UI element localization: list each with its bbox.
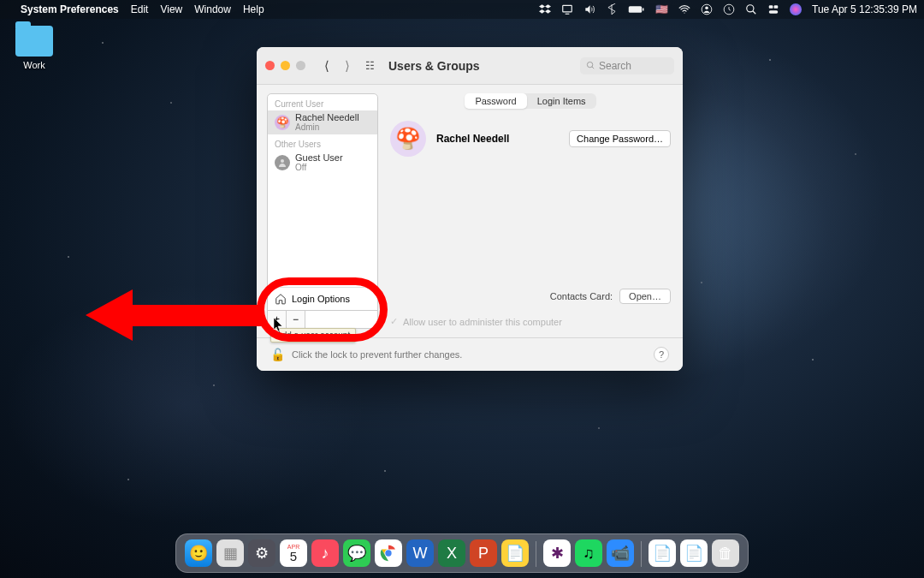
main-pane: Password Login Items 🍄 Rachel Needell Ch… (378, 85, 683, 337)
lock-icon[interactable]: 🔓 (270, 348, 285, 361)
tab-password[interactable]: Password (465, 93, 526, 109)
avatar-icon: 🍄 (275, 115, 290, 130)
search-icon (586, 61, 595, 70)
tab-login-items[interactable]: Login Items (527, 93, 596, 109)
guest-avatar-icon (275, 155, 290, 170)
dock-slack[interactable]: ✱ (543, 539, 571, 567)
menubar-right: 🇺🇸 Tue Apr 5 12:35:39 PM (539, 3, 917, 15)
svg-rect-7 (769, 5, 773, 9)
svg-point-14 (385, 550, 391, 556)
checkbox-icon: ✓ (390, 316, 398, 327)
menubar-left: System Preferences Edit View Window Help (7, 3, 264, 15)
svg-rect-2 (643, 8, 644, 10)
menubar: System Preferences Edit View Window Help… (0, 0, 924, 19)
sidebar-guest-name: Guest User (295, 153, 343, 164)
window-title: Users & Groups (388, 59, 480, 73)
dropbox-icon[interactable] (539, 3, 551, 15)
user-switch-icon[interactable] (701, 3, 713, 15)
menu-edit[interactable]: Edit (131, 3, 149, 15)
menu-help[interactable]: Help (243, 3, 264, 15)
dock-separator (536, 541, 536, 567)
control-center-icon[interactable] (767, 3, 779, 15)
cursor-icon (273, 317, 285, 335)
sidebar-header-other: Other Users (268, 134, 377, 151)
volume-icon[interactable] (583, 3, 595, 15)
dock-separator-2 (641, 541, 642, 567)
close-button[interactable] (265, 61, 275, 70)
svg-point-10 (587, 62, 592, 67)
sidebar-user-name: Rachel Needell (295, 113, 359, 123)
dock-chrome[interactable] (375, 539, 402, 567)
desktop-folder-work[interactable]: Work (9, 26, 60, 70)
minimize-button[interactable] (281, 61, 290, 70)
dock-excel[interactable]: X (438, 539, 465, 567)
bluetooth-icon[interactable] (606, 3, 618, 15)
siri-icon[interactable] (790, 3, 802, 15)
user-avatar[interactable]: 🍄 (390, 121, 426, 157)
dock-trash[interactable]: 🗑 (712, 539, 739, 567)
dock-messages[interactable]: 💬 (343, 539, 370, 567)
svg-point-4 (705, 7, 708, 10)
admin-checkbox-label: Allow user to administer this computer (403, 317, 562, 327)
dock-powerpoint[interactable]: P (470, 539, 497, 567)
dock-launchpad[interactable]: ▦ (216, 539, 244, 567)
remove-user-button[interactable]: − (287, 311, 305, 328)
folder-icon (15, 26, 53, 57)
menu-view[interactable]: View (160, 3, 182, 15)
spotlight-icon[interactable] (745, 3, 757, 15)
dock-calendar[interactable]: APR5 (280, 539, 307, 567)
app-menu[interactable]: System Preferences (21, 3, 119, 15)
dock-finder[interactable]: 🙂 (185, 539, 212, 567)
window-body: Current User 🍄 Rachel Needell Admin Othe… (257, 85, 683, 337)
admin-checkbox-row: ✓ Allow user to administer this computer (390, 316, 671, 327)
wifi-icon[interactable] (678, 3, 690, 15)
folder-label: Work (23, 60, 44, 70)
clock-icon[interactable] (723, 3, 735, 15)
login-options-label: Login Options (292, 294, 350, 304)
svg-rect-0 (563, 5, 572, 12)
sidebar-header-current: Current User (268, 94, 377, 110)
dock-system-preferences[interactable]: ⚙ (248, 539, 275, 567)
show-all-button[interactable]: ☷ (360, 60, 378, 72)
dock-zoom[interactable]: 📹 (607, 539, 634, 567)
system-preferences-window: ⟨ ⟩ ☷ Users & Groups Search Current User… (257, 47, 683, 371)
zoom-button[interactable] (296, 61, 305, 70)
dock-word[interactable]: W (406, 539, 434, 567)
user-header-row: 🍄 Rachel Needell Change Password… (390, 121, 671, 157)
forward-button[interactable]: ⟩ (340, 58, 355, 74)
search-field[interactable]: Search (580, 57, 674, 74)
tab-segment: Password Login Items (465, 93, 595, 109)
dock-notes[interactable]: 📄 (501, 539, 529, 567)
dock-doc-1[interactable]: 📄 (649, 539, 676, 567)
dock: 🙂 ▦ ⚙ APR5 ♪ 💬 W X P 📄 ✱ ♫ 📹 📄 📄 🗑 (175, 533, 749, 573)
home-icon (275, 293, 287, 305)
sidebar-user-current[interactable]: 🍄 Rachel Needell Admin (268, 110, 377, 134)
search-placeholder: Search (599, 60, 631, 72)
annotation-arrow (86, 279, 265, 352)
open-contacts-button[interactable]: Open… (619, 289, 671, 304)
users-sidebar: Current User 🍄 Rachel Needell Admin Othe… (267, 93, 378, 329)
svg-point-6 (747, 5, 754, 12)
battery-icon[interactable] (628, 3, 645, 15)
sidebar-guest-status: Off (295, 164, 343, 173)
sidebar-user-guest[interactable]: Guest User Off (268, 151, 377, 175)
svg-rect-1 (629, 6, 642, 13)
svg-rect-9 (769, 10, 779, 14)
back-button[interactable]: ⟨ (319, 58, 335, 74)
screen-mirror-icon[interactable] (561, 3, 573, 15)
footer-text: Click the lock to prevent further change… (292, 349, 462, 360)
menu-window[interactable]: Window (194, 3, 231, 15)
user-display-name: Rachel Needell (436, 133, 509, 145)
dock-spotify[interactable]: ♫ (575, 539, 602, 567)
dock-music[interactable]: ♪ (311, 539, 339, 567)
contacts-card-row: Contacts Card: Open… (390, 289, 671, 304)
change-password-button[interactable]: Change Password… (569, 130, 671, 147)
svg-rect-8 (774, 5, 779, 9)
help-button[interactable]: ? (654, 347, 669, 362)
login-options-row[interactable]: Login Options (268, 287, 377, 310)
titlebar: ⟨ ⟩ ☷ Users & Groups Search (257, 47, 683, 85)
dock-doc-2[interactable]: 📄 (680, 539, 708, 567)
flag-icon[interactable]: 🇺🇸 (655, 3, 668, 15)
menubar-clock[interactable]: Tue Apr 5 12:35:39 PM (812, 3, 917, 15)
traffic-lights (265, 61, 305, 70)
